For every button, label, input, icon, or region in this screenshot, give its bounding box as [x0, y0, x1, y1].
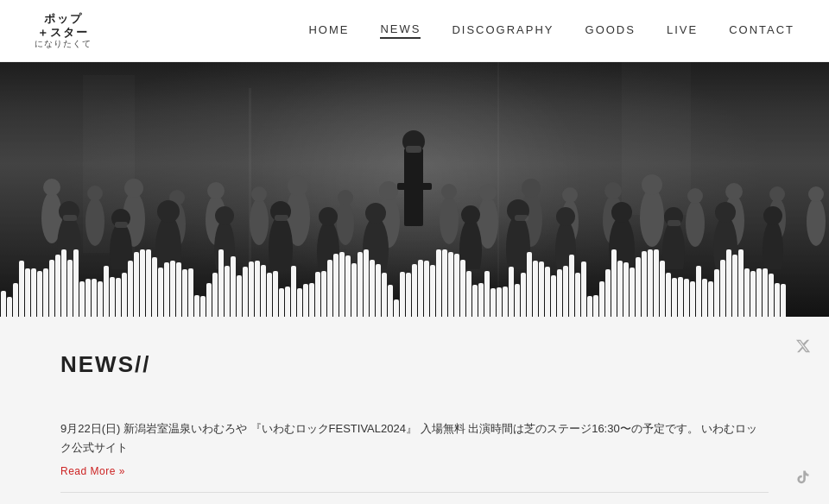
waveform-bar: [581, 261, 586, 317]
waveform-bar: [630, 268, 635, 317]
waveform-bar: [515, 284, 520, 317]
hero-section: [0, 62, 829, 317]
svg-point-60: [556, 207, 575, 226]
waveform-bar: [448, 252, 453, 317]
waveform-bar: [708, 281, 713, 317]
svg-point-11: [251, 186, 267, 202]
svg-point-66: [715, 202, 736, 223]
svg-point-21: [440, 196, 459, 244]
waveform-bar: [49, 260, 54, 317]
waveform-bar: [636, 257, 641, 317]
waveform-bar: [720, 260, 725, 317]
waveform-bar: [484, 271, 490, 317]
waveform-bar: [521, 273, 526, 317]
waveform-bar: [152, 257, 157, 317]
waveform-bar: [273, 271, 278, 317]
waveform-bar: [490, 288, 496, 317]
waveform-bar: [756, 268, 762, 318]
waveform-bar: [750, 271, 756, 317]
waveform-bar: [243, 267, 248, 317]
waveform-bar: [678, 277, 683, 317]
waveform-bar: [13, 283, 18, 317]
waveform-bar: [714, 269, 719, 317]
main-nav: HOME NEWS DISCOGRAPHY GOODS LIVE CONTACT: [308, 22, 794, 39]
waveform-bar: [690, 281, 695, 317]
waveform-bar: [85, 279, 91, 317]
waveform-bar: [358, 252, 363, 317]
waveform-bar: [321, 271, 326, 317]
waveform-bar: [593, 295, 598, 317]
waveform-bar: [406, 273, 411, 317]
nav-goods[interactable]: GOODS: [585, 23, 636, 38]
waveform-bar: [424, 261, 429, 317]
svg-point-33: [686, 200, 705, 247]
svg-point-1: [43, 179, 60, 196]
svg-point-31: [640, 188, 664, 247]
svg-rect-72: [275, 215, 288, 221]
svg-point-52: [319, 207, 338, 226]
waveform-bar: [200, 296, 206, 317]
waveform-bar: [1, 291, 6, 317]
waveform-bar: [140, 249, 145, 317]
waveform-bar: [339, 252, 345, 317]
waveform-bar: [557, 269, 562, 317]
news-section: NEWS// 9月22日(日) 新潟岩室温泉いわむろや 『いわむロックFESTI…: [0, 317, 829, 504]
waveform-bar: [261, 265, 266, 317]
waveform-bar: [55, 255, 60, 317]
hero-crowd-svg: [0, 97, 829, 269]
nav-contact[interactable]: CONTACT: [729, 23, 794, 38]
svg-point-9: [207, 182, 225, 199]
waveform-bar: [104, 266, 109, 317]
svg-point-22: [441, 184, 457, 199]
waveform-bar: [660, 261, 665, 317]
waveform-bar: [436, 249, 441, 317]
read-more-link[interactable]: Read More »: [60, 465, 125, 477]
waveform-bar: [666, 273, 671, 317]
waveform-bar: [182, 269, 187, 317]
waveform-bar: [696, 266, 701, 317]
waveform-bar: [382, 273, 387, 317]
waveform-bar: [303, 284, 308, 317]
waveform-bar: [781, 284, 786, 317]
waveform-bar: [206, 283, 212, 317]
waveform-bar: [255, 261, 260, 317]
waveform-bar: [231, 256, 236, 317]
waveform-bar: [327, 260, 332, 317]
waveform-bar: [79, 281, 85, 317]
nav-news[interactable]: NEWS: [380, 22, 421, 39]
svg-point-54: [365, 203, 386, 224]
waveform-bar: [400, 272, 405, 317]
nav-home[interactable]: HOME: [308, 23, 349, 38]
nav-discography[interactable]: DISCOGRAPHY: [452, 23, 554, 38]
svg-point-15: [338, 190, 353, 205]
svg-point-2: [85, 198, 104, 246]
waveform-bar: [545, 267, 550, 317]
waveform-bar: [285, 287, 290, 317]
svg-point-30: [604, 182, 622, 199]
news-item-text: 9月22日(日) 新潟岩室温泉いわむろや 『いわむロックFESTIVAL2024…: [60, 419, 769, 457]
x-twitter-icon[interactable]: [791, 334, 815, 358]
waveform-bar: [333, 254, 339, 317]
waveform-bar: [497, 287, 502, 317]
waveform-bar: [412, 264, 417, 317]
waveform-bar: [605, 269, 611, 317]
logo-text-main: ポップ ＋スター: [37, 12, 89, 39]
waveform-bar: [672, 278, 677, 317]
nav-live[interactable]: LIVE: [667, 23, 698, 38]
tiktok-icon[interactable]: [791, 465, 815, 489]
waveform-bar: [110, 277, 115, 317]
waveform-bar: [623, 262, 629, 317]
waveform-bar: [92, 279, 97, 317]
waveform-bar: [267, 273, 272, 317]
waveform-bar: [726, 249, 731, 317]
waveform-bar: [98, 281, 103, 317]
waveform-bar: [370, 260, 375, 317]
waveform-bar: [351, 263, 357, 317]
waveform-bar: [394, 299, 399, 317]
waveform-bar: [61, 249, 66, 317]
logo[interactable]: ポップ ＋スター になりたくて: [35, 12, 92, 49]
svg-point-14: [337, 202, 354, 245]
svg-point-24: [479, 184, 497, 201]
svg-point-36: [725, 183, 743, 200]
waveform-bar: [466, 271, 471, 317]
